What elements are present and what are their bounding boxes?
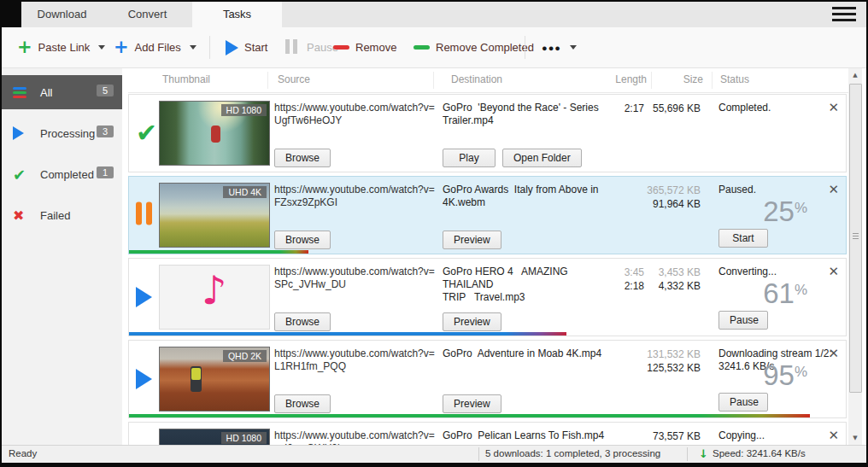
sidebar-item-completed[interactable]: ✔ Completed 1 bbox=[2, 157, 122, 191]
vertical-scrollbar[interactable]: ▲ ▼ bbox=[848, 68, 862, 445]
close-icon[interactable]: ✕ bbox=[828, 428, 839, 443]
progress-percent: 25% bbox=[763, 197, 807, 225]
browse-button[interactable]: Browse bbox=[274, 149, 331, 167]
plus-icon: + bbox=[17, 38, 32, 56]
progress-bar-2 bbox=[129, 250, 308, 254]
play-icon bbox=[226, 40, 238, 55]
progress-percent: 61% bbox=[763, 279, 807, 307]
pause-task-button[interactable]: Pause bbox=[718, 311, 768, 330]
size-cell: 73,557 KB bbox=[619, 429, 701, 443]
browse-button[interactable]: Browse bbox=[274, 231, 331, 249]
size-total: 365,572 KB bbox=[647, 184, 701, 196]
close-icon[interactable]: ✕ bbox=[828, 100, 839, 115]
plus-icon: + bbox=[114, 38, 129, 56]
size-cell: 365,572 KB 91,964 KB bbox=[619, 184, 701, 211]
tab-tasks[interactable]: Tasks bbox=[192, 2, 282, 27]
hamburger-menu-icon[interactable] bbox=[832, 7, 856, 22]
task-row[interactable]: QHD 2K https://www.youtube.com/watch?v= … bbox=[128, 340, 847, 418]
destination-file: GoPro Pelican Learns To Fish.mp4 bbox=[443, 429, 613, 442]
scroll-down-icon[interactable]: ▼ bbox=[848, 431, 862, 445]
size-done: 91,964 KB bbox=[653, 198, 701, 210]
toolbar: + Paste Link + Add Files Start Pause Rem… bbox=[2, 27, 866, 68]
video-thumbnail: HD 1080 bbox=[159, 429, 270, 445]
open-folder-button[interactable]: Open Folder bbox=[502, 149, 582, 167]
browse-button[interactable]: Browse bbox=[274, 312, 331, 331]
check-icon: ✔ bbox=[13, 166, 32, 184]
check-icon: ✔ bbox=[136, 120, 157, 146]
preview-button[interactable]: Preview bbox=[443, 312, 501, 331]
ready-status: Ready bbox=[9, 448, 37, 458]
size-total: 131,532 KB bbox=[647, 348, 701, 360]
column-header-source[interactable]: Source bbox=[278, 73, 310, 85]
close-icon[interactable]: ✕ bbox=[828, 182, 839, 197]
remove-label: Remove bbox=[355, 41, 396, 54]
browse-button[interactable]: Browse bbox=[274, 394, 331, 413]
close-icon[interactable]: ✕ bbox=[828, 346, 839, 361]
pause-button[interactable]: Pause bbox=[285, 27, 338, 67]
play-icon bbox=[136, 369, 152, 389]
task-row[interactable]: ✔ HD 1080 https://www.youtube.com/watch?… bbox=[128, 94, 847, 172]
toolbar-separator bbox=[525, 36, 525, 59]
scrollbar-thumb[interactable] bbox=[849, 84, 862, 393]
chevron-down-icon bbox=[570, 45, 577, 50]
resolution-badge: HD 1080 bbox=[221, 104, 267, 116]
sidebar: All 5 Processing 3 ✔ Completed 1 ✖ Faile… bbox=[2, 68, 122, 445]
size-done: 125,532 KB bbox=[647, 362, 701, 374]
sidebar-item-processing[interactable]: Processing 3 bbox=[2, 116, 122, 150]
start-button[interactable]: Start bbox=[226, 27, 267, 67]
tab-download[interactable]: Download bbox=[21, 2, 103, 27]
progress-bar-3 bbox=[129, 332, 566, 336]
chevron-down-icon[interactable] bbox=[98, 45, 105, 50]
source-url: https://www.youtube.com/watch?v= zyI0smO… bbox=[274, 429, 437, 445]
destination-file: GoPro Awards Italy from Above in 4K.webm bbox=[443, 184, 613, 209]
source-url: https://www.youtube.com/watch?v= SPc_JVH… bbox=[274, 266, 437, 291]
column-header-size[interactable]: Size bbox=[683, 73, 703, 85]
close-icon[interactable]: ✕ bbox=[828, 264, 839, 279]
speed-status: Speed: 3241.64 KB/s bbox=[713, 448, 806, 458]
start-task-button[interactable]: Start bbox=[718, 229, 768, 248]
sidebar-item-label: All bbox=[40, 86, 52, 99]
source-url: https://www.youtube.com/watch?v= FZsxz9Z… bbox=[274, 184, 437, 209]
video-thumbnail: UHD 4K bbox=[159, 183, 270, 248]
download-speed-icon: ↓ bbox=[699, 447, 708, 460]
status-cell: Copying... bbox=[718, 429, 838, 442]
remove-icon bbox=[333, 45, 349, 50]
video-thumbnail: HD 1080 bbox=[159, 101, 270, 166]
task-row[interactable]: ♪ https://www.youtube.com/watch?v= SPc_J… bbox=[128, 258, 847, 336]
sidebar-item-failed[interactable]: ✖ Failed bbox=[2, 198, 122, 232]
column-header-destination[interactable]: Destination bbox=[451, 73, 502, 85]
play-icon bbox=[136, 287, 152, 307]
status-cell: Completed. bbox=[718, 102, 838, 114]
add-files-label: Add Files bbox=[135, 41, 181, 54]
chevron-down-icon[interactable] bbox=[190, 45, 196, 50]
play-button[interactable]: Play bbox=[443, 149, 496, 167]
size-cell: 131,532 KB 125,532 KB bbox=[619, 347, 701, 375]
video-thumbnail: QHD 2K bbox=[159, 347, 270, 412]
status-bar: Ready 5 downloads: 1 completed, 3 proces… bbox=[2, 445, 866, 463]
preview-button[interactable]: Preview bbox=[443, 231, 501, 249]
table-rows: ✔ HD 1080 https://www.youtube.com/watch?… bbox=[128, 94, 848, 445]
resolution-badge: HD 1080 bbox=[221, 432, 267, 444]
size-done: 4,332 KB bbox=[659, 280, 701, 292]
tab-convert[interactable]: Convert bbox=[103, 2, 192, 27]
remove-completed-button[interactable]: Remove Completed bbox=[413, 27, 534, 67]
scroll-up-icon[interactable]: ▲ bbox=[848, 68, 862, 82]
source-url: https://www.youtube.com/watch?v= UgfTw6H… bbox=[274, 102, 437, 127]
remove-button[interactable]: Remove bbox=[333, 27, 396, 67]
preview-button[interactable]: Preview bbox=[443, 394, 501, 413]
add-files-button[interactable]: + Add Files bbox=[114, 27, 196, 67]
pause-task-button[interactable]: Pause bbox=[718, 393, 768, 412]
sidebar-item-all[interactable]: All 5 bbox=[2, 75, 122, 109]
column-header-length[interactable]: Length bbox=[615, 73, 647, 85]
window-corner bbox=[2, 2, 21, 27]
column-header-status[interactable]: Status bbox=[720, 73, 749, 85]
progress-percent: 95% bbox=[763, 361, 807, 389]
more-options-button[interactable]: ●●● bbox=[542, 27, 577, 67]
count-badge: 3 bbox=[97, 126, 114, 137]
task-row[interactable]: UHD 4K https://www.youtube.com/watch?v= … bbox=[128, 176, 847, 254]
task-row[interactable]: HD 1080 https://www.youtube.com/watch?v=… bbox=[128, 422, 847, 445]
column-header-thumbnail[interactable]: Thumbnail bbox=[162, 73, 210, 85]
size-cell: 3,453 KB 4,332 KB bbox=[619, 266, 701, 293]
task-table: Thumbnail Source Destination Length Size… bbox=[128, 68, 848, 445]
paste-link-button[interactable]: + Paste Link bbox=[17, 27, 105, 67]
